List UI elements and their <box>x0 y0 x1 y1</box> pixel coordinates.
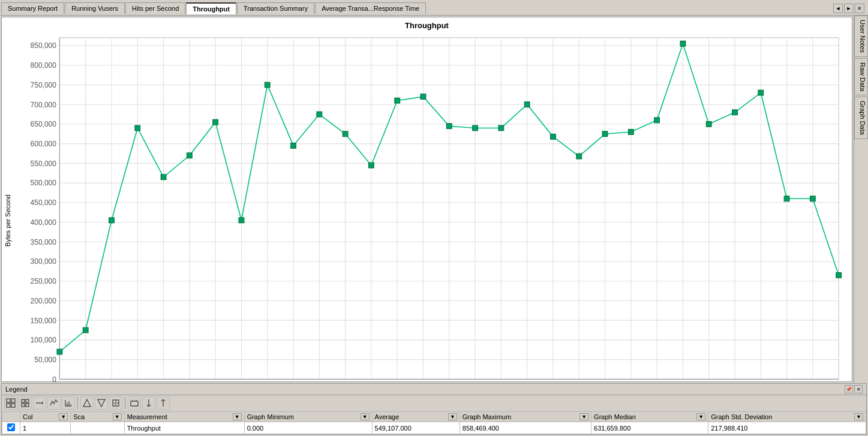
svg-text:00:50: 00:50 <box>284 383 302 383</box>
tab-back-button[interactable]: ◄ <box>833 4 843 13</box>
svg-text:01:25: 01:25 <box>466 383 484 383</box>
svg-rect-139 <box>26 404 29 407</box>
legend-tool-9[interactable] <box>128 396 141 410</box>
legend-tool-4[interactable] <box>47 396 61 410</box>
main-area: Throughput Bytes per Second 050,000100,0… <box>0 16 868 383</box>
svg-text:300,000: 300,000 <box>31 257 57 266</box>
svg-rect-104 <box>135 125 140 131</box>
svg-rect-137 <box>26 399 29 402</box>
th-checkbox <box>2 412 20 422</box>
tab-forward-button[interactable]: ► <box>844 4 854 13</box>
graph-min-dropdown-btn[interactable]: ▼ <box>361 413 370 420</box>
legend-close-button[interactable]: ✕ <box>854 385 863 393</box>
svg-text:500,000: 500,000 <box>31 179 57 187</box>
svg-text:01:50: 01:50 <box>596 383 614 383</box>
svg-text:50,000: 50,000 <box>34 356 56 364</box>
svg-rect-121 <box>576 154 582 159</box>
svg-rect-135 <box>11 404 15 407</box>
legend-tool-8[interactable] <box>109 396 122 410</box>
legend-pin-button[interactable]: 📌 <box>845 385 853 393</box>
tab-transaction-summary[interactable]: Transaction Summary <box>237 2 314 14</box>
legend-toolbar-sep-1 <box>77 397 78 409</box>
svg-rect-117 <box>473 125 478 131</box>
svg-text:00:05: 00:05 <box>50 383 68 383</box>
svg-rect-110 <box>291 143 296 149</box>
svg-rect-116 <box>446 124 452 129</box>
svg-rect-111 <box>317 112 322 117</box>
svg-text:350,000: 350,000 <box>31 238 57 246</box>
right-tab-user-notes[interactable]: User Notes <box>854 16 868 57</box>
legend-tool-1[interactable] <box>4 396 17 410</box>
th-graph-min: Graph Minimum ▼ <box>244 412 372 422</box>
svg-rect-118 <box>498 125 504 131</box>
svg-text:800,000: 800,000 <box>31 61 57 70</box>
svg-text:600,000: 600,000 <box>31 140 57 148</box>
graph-max-dropdown-btn[interactable]: ▼ <box>579 413 588 420</box>
svg-text:02:10: 02:10 <box>700 383 718 383</box>
tab-hits-per-second[interactable]: Hits per Second <box>125 2 185 14</box>
legend-tool-5[interactable] <box>62 396 75 410</box>
y-axis-label: Bytes per Second <box>2 31 14 383</box>
legend-tool-2[interactable] <box>19 396 32 410</box>
legend-tool-6[interactable] <box>80 396 94 410</box>
tab-close-button[interactable]: ✕ <box>855 4 864 13</box>
svg-rect-101 <box>57 349 62 354</box>
svg-rect-123 <box>628 130 633 135</box>
svg-text:550,000: 550,000 <box>31 160 57 168</box>
tab-throughput[interactable]: Throughput <box>186 2 236 14</box>
svg-text:650,000: 650,000 <box>31 120 57 128</box>
svg-rect-102 <box>83 327 88 333</box>
th-measurement: Measurement ▼ <box>124 412 244 422</box>
legend-tool-11[interactable] <box>157 396 170 410</box>
graph-std-dev-dropdown-btn[interactable]: ▼ <box>854 413 863 420</box>
svg-text:00:55: 00:55 <box>310 383 328 383</box>
row-checkbox[interactable] <box>7 423 15 431</box>
svg-rect-108 <box>239 218 244 223</box>
chart-inner: 050,000100,000150,000200,000250,000300,0… <box>14 31 852 383</box>
table-row: 1 Throughput 0.000 549,107.000 858,469.4… <box>2 422 866 434</box>
legend-tool-7[interactable] <box>95 396 108 410</box>
tab-summary-report[interactable]: Summary Report <box>1 2 64 14</box>
right-tab-raw-data[interactable]: Raw Data <box>854 58 868 95</box>
svg-text:00:20: 00:20 <box>128 383 146 383</box>
row-graph-median: 631,659.800 <box>591 422 708 434</box>
legend-table: Col ▼ Sca ▼ Measurement ▼ <box>2 411 866 434</box>
svg-rect-134 <box>7 404 10 407</box>
th-graph-max: Graph Maximum ▼ <box>459 412 591 422</box>
svg-text:01:15: 01:15 <box>414 383 432 383</box>
svg-rect-119 <box>524 102 530 107</box>
svg-rect-128 <box>758 90 764 95</box>
svg-text:01:55: 01:55 <box>622 383 640 383</box>
tab-avg-response-time[interactable]: Average Transa...Response Time <box>315 2 426 14</box>
legend-tool-10[interactable] <box>142 396 155 410</box>
svg-text:01:40: 01:40 <box>544 383 562 383</box>
row-graph-minimum: 0.000 <box>244 422 372 434</box>
svg-text:700,000: 700,000 <box>31 101 57 109</box>
legend-tool-3[interactable] <box>33 396 46 410</box>
svg-text:01:35: 01:35 <box>518 383 536 383</box>
th-col: Col ▼ <box>20 412 71 422</box>
row-checkbox-cell[interactable] <box>2 422 20 434</box>
scale-dropdown-btn[interactable]: ▼ <box>113 413 122 420</box>
measurement-dropdown-btn[interactable]: ▼ <box>233 413 242 420</box>
svg-rect-152 <box>131 401 138 406</box>
svg-text:00:15: 00:15 <box>103 383 121 383</box>
right-panel: User Notes Raw Data Graph Data <box>854 16 868 383</box>
svg-text:850,000: 850,000 <box>31 41 57 50</box>
average-dropdown-btn[interactable]: ▼ <box>448 413 457 420</box>
svg-text:750,000: 750,000 <box>31 81 57 89</box>
chart-title: Throughput <box>2 17 852 31</box>
legend-toolbar <box>2 395 866 411</box>
col-dropdown-btn[interactable]: ▼ <box>59 413 68 420</box>
svg-text:02:15: 02:15 <box>726 383 744 383</box>
tab-running-vusers[interactable]: Running Vusers <box>65 2 125 14</box>
legend-toolbar-sep-2 <box>125 397 125 409</box>
svg-rect-105 <box>161 175 166 180</box>
svg-text:450,000: 450,000 <box>31 199 57 207</box>
th-graph-std-dev: Graph Std. Deviation ▼ <box>708 412 866 422</box>
row-graph-std-deviation: 217,988.410 <box>708 422 866 434</box>
graph-median-dropdown-btn[interactable]: ▼ <box>696 413 705 420</box>
row-measurement: Throughput <box>124 422 244 434</box>
svg-text:02:35: 02:35 <box>830 383 848 383</box>
right-tab-graph-data[interactable]: Graph Data <box>854 97 868 139</box>
